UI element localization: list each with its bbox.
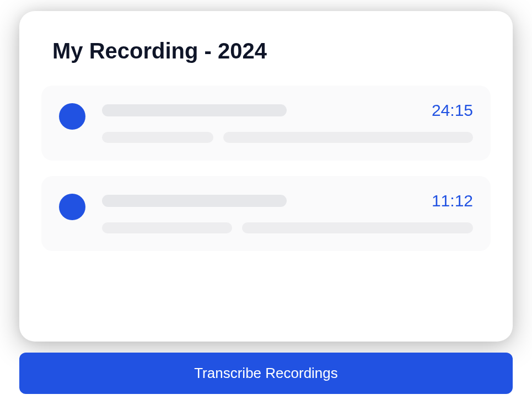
recording-duration: 24:15 — [432, 101, 473, 120]
skeleton-placeholder — [102, 195, 287, 207]
skeleton-placeholder — [102, 222, 232, 233]
recording-list: 24:15 11:12 — [41, 86, 491, 251]
page-title: My Recording - 2024 — [41, 39, 491, 63]
recording-item-body — [102, 132, 473, 143]
recording-item[interactable]: 11:12 — [41, 176, 491, 251]
avatar-icon — [59, 194, 85, 220]
recording-item-content: 24:15 — [102, 101, 473, 143]
recording-item-header: 24:15 — [102, 101, 473, 120]
recording-item-content: 11:12 — [102, 191, 473, 233]
skeleton-placeholder — [223, 132, 473, 143]
skeleton-placeholder — [242, 222, 473, 233]
transcribe-button[interactable]: Transcribe Recordings — [19, 353, 513, 394]
skeleton-placeholder — [102, 132, 213, 143]
recording-item-body — [102, 222, 473, 233]
recording-duration: 11:12 — [432, 191, 473, 210]
recording-item-header: 11:12 — [102, 191, 473, 210]
recording-item[interactable]: 24:15 — [41, 86, 491, 161]
skeleton-placeholder — [102, 104, 287, 116]
avatar-icon — [59, 103, 85, 130]
recordings-card: My Recording - 2024 24:15 — [19, 11, 513, 342]
